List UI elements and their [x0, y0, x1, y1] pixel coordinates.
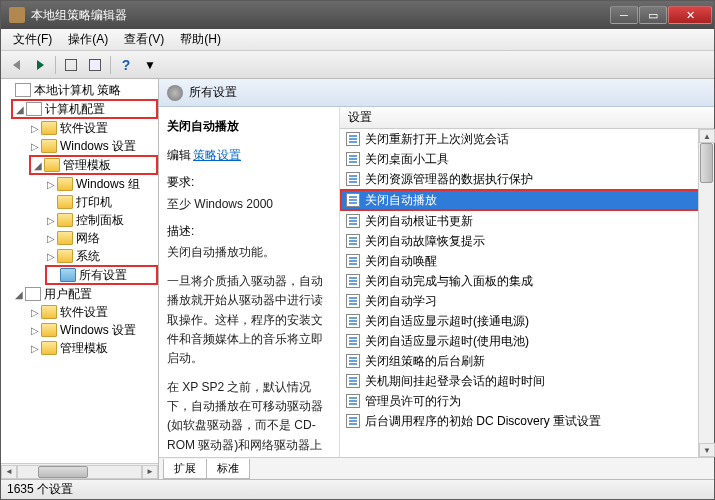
tree-item[interactable]: ▷系统 — [1, 247, 158, 265]
tree-item[interactable]: ▷Windows 设置 — [1, 137, 158, 155]
status-bar: 1635 个设置 — [1, 479, 714, 499]
list-row[interactable]: 关闭自动唤醒 — [340, 251, 714, 271]
list-item-label: 关闭自动唤醒 — [365, 253, 437, 270]
tree-all-settings[interactable]: 所有设置 — [45, 265, 158, 285]
tab-extended[interactable]: 扩展 — [163, 459, 207, 479]
list-item-label: 关闭组策略的后台刷新 — [365, 353, 485, 370]
back-button[interactable] — [5, 54, 27, 76]
list-column-header[interactable]: 设置 — [340, 107, 714, 129]
close-button[interactable]: ✕ — [668, 6, 712, 24]
list-row[interactable]: 关闭重新打开上次浏览会话 — [340, 129, 714, 149]
list-item-label: 关闭自动根证书更新 — [365, 213, 473, 230]
app-window: 本地组策略编辑器 ─ ▭ ✕ 文件(F) 操作(A) 查看(V) 帮助(H) ?… — [0, 0, 715, 500]
tree-item[interactable]: ▷管理模板 — [1, 339, 158, 357]
list-item-label: 关闭自动播放 — [365, 192, 437, 209]
policy-title: 关闭自动播放 — [167, 117, 331, 136]
tree-item[interactable]: ▷Windows 组 — [1, 175, 158, 193]
policy-icon — [346, 394, 360, 408]
list-item-label: 管理员许可的行为 — [365, 393, 461, 410]
tree-user-config[interactable]: ◢用户配置 — [1, 285, 158, 303]
content-header-text: 所有设置 — [189, 84, 237, 101]
list-row[interactable]: 后台调用程序的初始 DC Discovery 重试设置 — [340, 411, 714, 431]
list-item-label: 关闭自动学习 — [365, 293, 437, 310]
list-row[interactable]: 关机期间挂起登录会话的超时时间 — [340, 371, 714, 391]
list-v-scrollbar[interactable]: ▲▼ — [698, 129, 714, 457]
policy-icon — [346, 294, 360, 308]
policy-icon — [346, 414, 360, 428]
policy-icon — [346, 274, 360, 288]
gear-icon — [167, 85, 183, 101]
window-title: 本地组策略编辑器 — [31, 7, 609, 24]
status-text: 1635 个设置 — [7, 481, 73, 498]
description-pane: 关闭自动播放 编辑策略设置 要求: 至少 Windows 2000 描述: 关闭… — [159, 107, 339, 457]
list-row[interactable]: 管理员许可的行为 — [340, 391, 714, 411]
policy-icon — [346, 234, 360, 248]
tree-computer-config[interactable]: ◢计算机配置 — [11, 99, 158, 119]
policy-icon — [346, 374, 360, 388]
tree-admin-templates[interactable]: ◢管理模板 — [29, 155, 158, 175]
tree-item[interactable]: ▷软件设置 — [1, 119, 158, 137]
menu-action[interactable]: 操作(A) — [60, 29, 116, 50]
toolbar: ? ▼ — [1, 51, 714, 79]
menu-view[interactable]: 查看(V) — [116, 29, 172, 50]
list-row[interactable]: 关闭自动故障恢复提示 — [340, 231, 714, 251]
tree-item[interactable]: ▷网络 — [1, 229, 158, 247]
list-row[interactable]: 关闭自动完成与输入面板的集成 — [340, 271, 714, 291]
list-item-label: 后台调用程序的初始 DC Discovery 重试设置 — [365, 413, 601, 430]
list-row[interactable]: 关闭桌面小工具 — [340, 149, 714, 169]
policy-icon — [346, 152, 360, 166]
minimize-button[interactable]: ─ — [610, 6, 638, 24]
titlebar[interactable]: 本地组策略编辑器 ─ ▭ ✕ — [1, 1, 714, 29]
app-icon — [9, 7, 25, 23]
tree-root[interactable]: 本地计算机 策略 — [1, 81, 158, 99]
maximize-button[interactable]: ▭ — [639, 6, 667, 24]
tree-pane: 本地计算机 策略 ◢计算机配置 ▷软件设置 ▷Windows 设置 ◢管理模板 … — [1, 79, 159, 479]
list-item-label: 关闭自适应显示超时(接通电源) — [365, 313, 529, 330]
list-item-label: 关闭自动故障恢复提示 — [365, 233, 485, 250]
list-row[interactable]: 关闭自适应显示超时(接通电源) — [340, 311, 714, 331]
policy-icon — [346, 193, 360, 207]
policy-icon — [346, 214, 360, 228]
list-row[interactable]: 关闭资源管理器的数据执行保护 — [340, 169, 714, 189]
tree-item[interactable]: 打印机 — [1, 193, 158, 211]
content-header: 所有设置 — [159, 79, 714, 107]
policy-icon — [346, 314, 360, 328]
up-button[interactable] — [60, 54, 82, 76]
list-item-label: 关闭桌面小工具 — [365, 151, 449, 168]
edit-policy-link[interactable]: 策略设置 — [193, 148, 241, 162]
forward-button[interactable] — [29, 54, 51, 76]
list-item-label: 关闭重新打开上次浏览会话 — [365, 131, 509, 148]
policy-icon — [346, 354, 360, 368]
list-item-label: 关机期间挂起登录会话的超时时间 — [365, 373, 545, 390]
list-item-label: 关闭自动完成与输入面板的集成 — [365, 273, 533, 290]
list-row[interactable]: 关闭自适应显示超时(使用电池) — [340, 331, 714, 351]
policy-icon — [346, 254, 360, 268]
list-item-label: 关闭自适应显示超时(使用电池) — [365, 333, 529, 350]
content-pane: 所有设置 关闭自动播放 编辑策略设置 要求: 至少 Windows 2000 描… — [159, 79, 714, 479]
policy-icon — [346, 132, 360, 146]
tree-item[interactable]: ▷Windows 设置 — [1, 321, 158, 339]
menu-file[interactable]: 文件(F) — [5, 29, 60, 50]
list-row[interactable]: 关闭自动学习 — [340, 291, 714, 311]
help-button[interactable]: ? — [115, 54, 137, 76]
list-row[interactable]: 关闭自动根证书更新 — [340, 211, 714, 231]
menu-help[interactable]: 帮助(H) — [172, 29, 229, 50]
tree-item[interactable]: ▷控制面板 — [1, 211, 158, 229]
list-item-label: 关闭资源管理器的数据执行保护 — [365, 171, 533, 188]
tab-standard[interactable]: 标准 — [206, 459, 250, 479]
tree-item[interactable]: ▷软件设置 — [1, 303, 158, 321]
show-hide-button[interactable] — [84, 54, 106, 76]
list-row[interactable]: 关闭自动播放 — [340, 189, 714, 211]
filter-button[interactable]: ▼ — [139, 54, 161, 76]
nav-tree[interactable]: 本地计算机 策略 ◢计算机配置 ▷软件设置 ▷Windows 设置 ◢管理模板 … — [1, 79, 158, 463]
menubar: 文件(F) 操作(A) 查看(V) 帮助(H) — [1, 29, 714, 51]
settings-list-pane: 设置 关闭重新打开上次浏览会话关闭桌面小工具关闭资源管理器的数据执行保护关闭自动… — [339, 107, 714, 457]
view-tabs: 扩展 标准 — [159, 457, 714, 479]
tree-h-scrollbar[interactable]: ◄► — [1, 463, 158, 479]
settings-list[interactable]: 关闭重新打开上次浏览会话关闭桌面小工具关闭资源管理器的数据执行保护关闭自动播放关… — [340, 129, 714, 457]
policy-icon — [346, 334, 360, 348]
policy-icon — [346, 172, 360, 186]
list-row[interactable]: 关闭组策略的后台刷新 — [340, 351, 714, 371]
